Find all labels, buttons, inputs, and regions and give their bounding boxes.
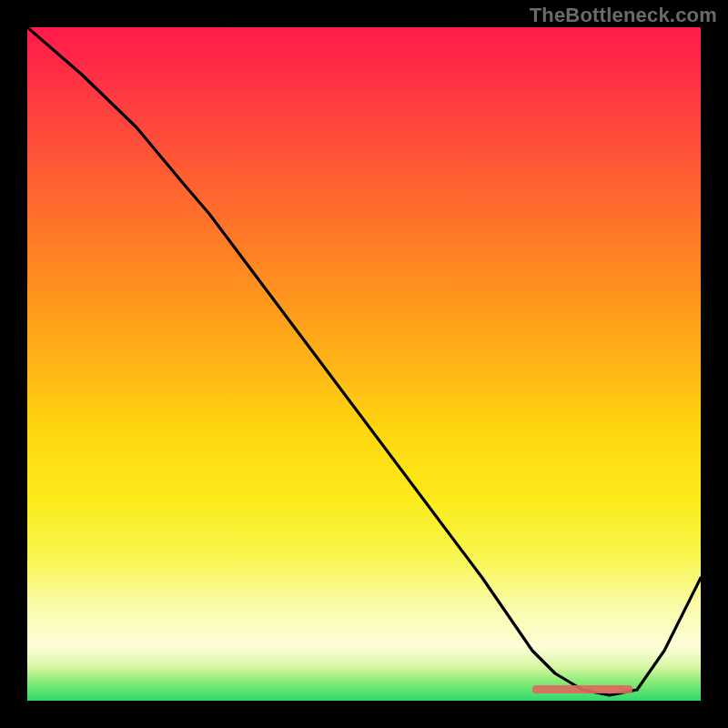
optimal-range-marker	[532, 685, 632, 693]
curve-path	[27, 27, 701, 695]
plot-area	[27, 27, 701, 701]
watermark-text: TheBottleneck.com	[530, 4, 717, 27]
chart-stage: TheBottleneck.com	[0, 0, 728, 728]
bottleneck-curve	[27, 27, 701, 701]
